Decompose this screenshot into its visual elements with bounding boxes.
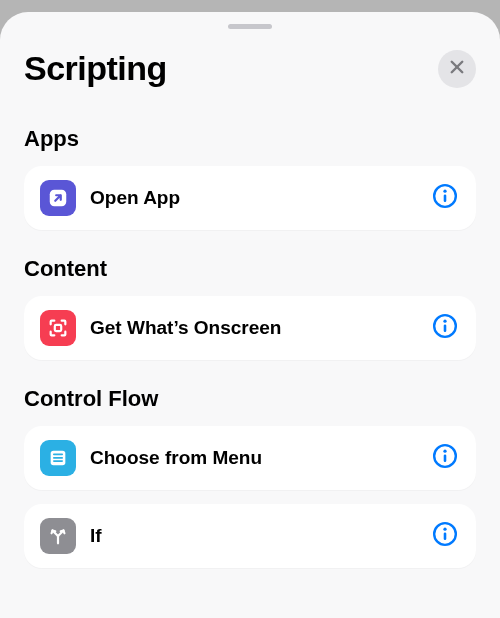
action-label: Open App: [90, 187, 430, 209]
svg-rect-20: [444, 532, 447, 540]
svg-point-16: [443, 450, 446, 453]
info-button[interactable]: [430, 183, 460, 213]
svg-point-4: [443, 190, 446, 193]
svg-point-19: [443, 528, 446, 531]
section-content: Content Get What’s Onscreen: [0, 256, 500, 360]
section-apps: Apps Open App: [0, 126, 500, 230]
info-button[interactable]: [430, 521, 460, 551]
section-title-content: Content: [24, 256, 476, 282]
svg-rect-12: [53, 453, 63, 455]
section-control-flow: Control Flow Choose from Menu: [0, 386, 500, 568]
open-app-icon: [40, 180, 76, 216]
section-title-apps: Apps: [24, 126, 476, 152]
svg-rect-5: [444, 194, 447, 202]
svg-rect-9: [444, 324, 447, 332]
info-icon: [432, 313, 458, 343]
svg-rect-14: [53, 460, 63, 462]
close-button[interactable]: [438, 50, 476, 88]
menu-icon: [40, 440, 76, 476]
info-icon: [432, 443, 458, 473]
info-button[interactable]: [430, 313, 460, 343]
info-button[interactable]: [430, 443, 460, 473]
onscreen-icon: [40, 310, 76, 346]
action-label: If: [90, 525, 430, 547]
sheet-grabber[interactable]: [228, 24, 272, 29]
action-label: Get What’s Onscreen: [90, 317, 430, 339]
action-if[interactable]: If: [24, 504, 476, 568]
info-icon: [432, 521, 458, 551]
svg-rect-6: [55, 325, 61, 331]
section-title-control-flow: Control Flow: [24, 386, 476, 412]
scripting-sheet: Scripting Apps Open App: [0, 12, 500, 618]
info-icon: [432, 183, 458, 213]
svg-rect-17: [444, 454, 447, 462]
action-choose-from-menu[interactable]: Choose from Menu: [24, 426, 476, 490]
branch-icon: [40, 518, 76, 554]
action-open-app[interactable]: Open App: [24, 166, 476, 230]
svg-point-8: [443, 320, 446, 323]
sheet-header: Scripting: [0, 41, 500, 100]
close-icon: [448, 58, 466, 80]
page-title: Scripting: [24, 49, 167, 88]
svg-rect-13: [53, 457, 63, 459]
action-get-whats-onscreen[interactable]: Get What’s Onscreen: [24, 296, 476, 360]
action-label: Choose from Menu: [90, 447, 430, 469]
